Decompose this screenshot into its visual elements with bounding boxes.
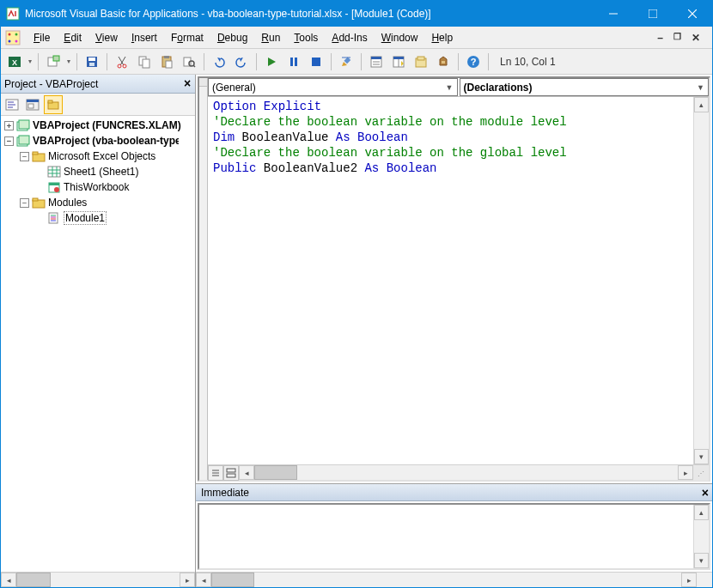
procedure-dropdown[interactable]: (Declarations) ▼ <box>460 78 710 96</box>
immediate-vscrollbar[interactable]: ▴ ▾ <box>693 505 709 568</box>
paste-button[interactable] <box>156 52 177 72</box>
svg-rect-32 <box>344 57 350 64</box>
menu-format[interactable]: Format <box>164 30 210 45</box>
project-panel-header[interactable]: Project - VBAProject × <box>1 75 195 94</box>
code-editor[interactable]: Option Explicit 'Declare the boolean var… <box>208 97 693 464</box>
menu-window[interactable]: Window <box>375 30 425 45</box>
insert-button[interactable] <box>43 52 64 72</box>
maximize-button[interactable] <box>633 1 673 27</box>
scroll-up-icon[interactable]: ▴ <box>694 97 709 112</box>
reset-button[interactable] <box>306 52 326 72</box>
project-hscrollbar[interactable]: ◂ ▸ <box>1 572 195 587</box>
menu-run[interactable]: Run <box>254 30 287 45</box>
editor-hscrollbar[interactable]: ◂ ▸ <box>239 465 693 480</box>
svg-point-6 <box>9 33 11 35</box>
mdi-minimize[interactable]: – <box>655 32 665 44</box>
full-module-view-button[interactable] <box>223 465 239 481</box>
menu-addins[interactable]: Add-Ins <box>325 30 374 45</box>
menubar: File Edit View Insert Format Debug Run T… <box>1 27 712 49</box>
properties-button[interactable] <box>388 52 409 72</box>
toolbox-button[interactable] <box>433 52 454 72</box>
immediate-window: Immediate × ▴ ▾ ◂ ▸ <box>196 484 712 587</box>
code-pane: (General) ▼ (Declarations) ▼ Option Expl… <box>196 75 712 484</box>
save-button[interactable] <box>82 52 102 72</box>
titlebar[interactable]: Microsoft Visual Basic for Applications … <box>1 1 712 27</box>
scroll-right-icon[interactable]: ▸ <box>681 573 697 587</box>
resize-grip-icon[interactable]: ⋰ <box>693 465 709 481</box>
dropdown-arrow-icon: ▼ <box>446 83 454 92</box>
tree-folder-excel-objects[interactable]: − Microsoft Excel Objects <box>1 149 195 164</box>
svg-point-9 <box>15 39 18 42</box>
menu-tools[interactable]: Tools <box>287 30 325 45</box>
collapse-icon[interactable]: − <box>4 136 14 146</box>
editor-vscrollbar[interactable]: ▴ ▾ <box>693 97 709 464</box>
menu-help[interactable]: Help <box>424 30 460 45</box>
project-toolbar <box>1 94 195 116</box>
toggle-folders-button[interactable] <box>44 95 63 114</box>
undo-button[interactable] <box>209 52 229 72</box>
workbook-icon <box>47 181 61 193</box>
minimize-button[interactable] <box>594 1 633 27</box>
scroll-left-icon[interactable]: ◂ <box>196 573 211 587</box>
collapse-icon[interactable]: − <box>20 198 29 208</box>
project-explorer-button[interactable] <box>366 52 387 72</box>
svg-rect-25 <box>166 61 172 68</box>
dropdown-arrow-icon[interactable]: ▾ <box>27 58 34 65</box>
scroll-left-icon[interactable]: ◂ <box>1 573 16 587</box>
break-button[interactable] <box>283 52 304 72</box>
copy-button[interactable] <box>134 52 155 72</box>
svg-point-19 <box>118 64 121 68</box>
find-button[interactable] <box>179 52 199 72</box>
dropdown-arrow-icon[interactable]: ▾ <box>65 58 72 65</box>
close-button[interactable] <box>673 1 712 27</box>
procedure-view-button[interactable] <box>208 465 223 481</box>
object-browser-button[interactable] <box>411 52 431 72</box>
svg-rect-29 <box>290 58 293 66</box>
tree-thisworkbook[interactable]: ThisWorkbook <box>1 179 195 195</box>
menu-insert[interactable]: Insert <box>125 30 164 45</box>
tree-folder-modules[interactable]: − Modules <box>1 195 195 210</box>
split-bar[interactable] <box>199 78 208 480</box>
help-button[interactable]: ? <box>463 52 484 72</box>
scroll-thumb[interactable] <box>16 573 51 587</box>
menu-view[interactable]: View <box>88 30 125 45</box>
svg-rect-35 <box>371 57 381 59</box>
scroll-left-icon[interactable]: ◂ <box>239 465 254 480</box>
run-button[interactable] <box>261 52 282 72</box>
scroll-thumb[interactable] <box>211 573 254 587</box>
scroll-thumb[interactable] <box>254 465 297 480</box>
expand-icon[interactable]: + <box>4 121 14 130</box>
panel-close-button[interactable]: × <box>698 486 712 500</box>
immediate-input[interactable] <box>199 505 693 568</box>
scroll-down-icon[interactable]: ▾ <box>694 553 709 568</box>
tree-project-main[interactable]: − VBAProject (vba-boolean-type-tutorial.… <box>1 133 195 149</box>
dropdown-arrow-icon: ▼ <box>697 83 704 92</box>
menu-file[interactable]: File <box>27 30 57 45</box>
view-excel-button[interactable]: X <box>4 52 25 72</box>
tree-project-funcres[interactable]: + VBAProject (FUNCRES.XLAM) <box>1 118 195 133</box>
svg-rect-30 <box>295 58 297 66</box>
object-dropdown[interactable]: (General) ▼ <box>208 78 458 96</box>
svg-rect-15 <box>88 58 95 61</box>
scroll-right-icon[interactable]: ▸ <box>180 573 195 587</box>
redo-button[interactable] <box>231 52 252 72</box>
scroll-right-icon[interactable]: ▸ <box>678 465 693 480</box>
scroll-down-icon[interactable]: ▾ <box>694 449 709 464</box>
project-tree[interactable]: + VBAProject (FUNCRES.XLAM) − VBAProject… <box>1 116 195 572</box>
tree-module1[interactable]: Module1 <box>1 210 195 226</box>
mdi-restore[interactable]: ❐ <box>672 32 683 44</box>
collapse-icon[interactable]: − <box>20 152 29 161</box>
immediate-hscrollbar[interactable]: ◂ ▸ <box>196 573 697 587</box>
project-explorer: Project - VBAProject × + VBAProject (FUN… <box>1 75 196 587</box>
immediate-header[interactable]: Immediate × <box>196 484 712 501</box>
tree-sheet1[interactable]: Sheet1 (Sheet1) <box>1 164 195 179</box>
panel-close-button[interactable]: × <box>180 76 195 92</box>
mdi-close[interactable]: ✕ <box>690 32 702 44</box>
view-object-button[interactable] <box>23 95 42 114</box>
view-code-button[interactable] <box>3 95 21 114</box>
scroll-up-icon[interactable]: ▴ <box>694 505 709 520</box>
menu-edit[interactable]: Edit <box>57 30 88 45</box>
menu-debug[interactable]: Debug <box>210 30 254 45</box>
design-mode-button[interactable] <box>336 52 356 72</box>
cut-button[interactable] <box>112 52 132 72</box>
